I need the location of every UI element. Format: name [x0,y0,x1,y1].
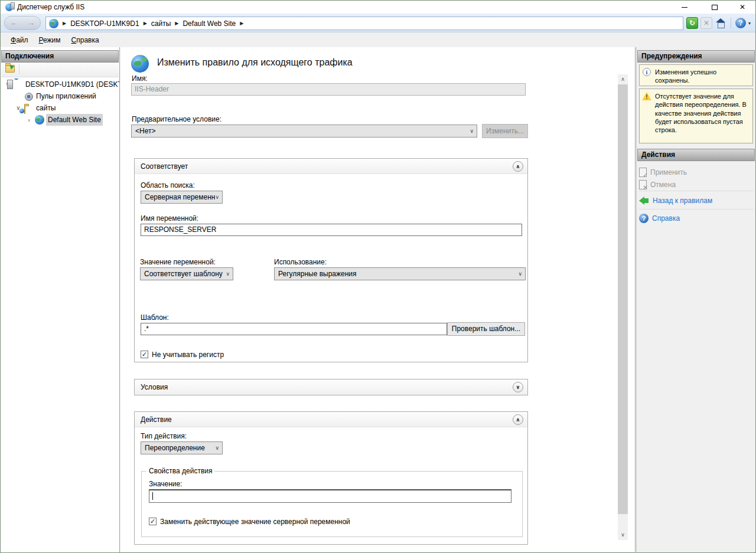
tree-item-app-pools[interactable]: Пулы приложений [1,90,119,102]
connections-panel: Подключения ∨ DESKTOP-U1MK9D1 (DESKTOP- … [1,47,120,552]
breadcrumb-separator-icon: ▶ [63,21,66,26]
chevron-down-icon: ∨ [215,191,219,203]
menu-help[interactable]: Справка [66,34,105,46]
text-caret [152,492,153,500]
scrollbar-thumb[interactable] [618,84,628,514]
menu-bar: Файл Режим Справка [1,32,755,47]
apply-button[interactable]: ✓ Применить [639,166,754,178]
alert-text: Отсутствует значение для действия переоп… [655,93,747,133]
toolbar-divider [731,18,731,28]
close-icon: ✕ [739,3,745,11]
breadcrumb-separator-icon: ▶ [240,21,243,26]
edit-precondition-button[interactable]: Изменить... [482,124,528,138]
close-button[interactable]: ✕ [733,1,752,14]
value-label: Значение: [149,480,183,488]
value-input[interactable] [149,489,511,503]
tree-item-label: Пулы приложений [36,90,96,102]
menu-view[interactable]: Режим [34,34,66,46]
help-icon: ? [639,214,649,223]
minimize-icon [682,7,687,8]
ignore-case-checkbox[interactable]: ✓ [141,351,148,358]
alert-text: Изменения успешно сохранены. [655,68,716,84]
tree-item-server[interactable]: ∨ DESKTOP-U1MK9D1 (DESKTOP- [1,78,119,90]
vertical-scrollbar[interactable]: ∧ ∨ [618,74,628,540]
stop-button[interactable]: ✕ [700,17,712,29]
expander-icon[interactable]: › [25,114,32,126]
connections-tree: ∨ DESKTOP-U1MK9D1 (DESKTOP- Пулы приложе… [1,78,119,126]
precondition-label: Предварительное условие: [132,115,221,123]
action-type-select[interactable]: Переопределение ∨ [141,441,223,454]
match-section: Соответствует ∧ Область поиска: Серверна… [134,158,528,362]
forward-button[interactable]: → [27,18,35,27]
help-dropdown-icon[interactable]: ▾ [748,21,751,26]
actions-divider [639,209,753,210]
warnings-header: Предупреждения [637,50,755,63]
alert-saved: i Изменения успешно сохранены. [639,64,753,86]
action-type-label: Тип действия: [141,432,187,440]
group-legend: Свойства действия [146,467,214,475]
scope-label: Область поиска: [141,181,195,189]
page-globe-icon [131,55,149,73]
refresh-button[interactable]: ↻ [686,17,698,29]
replace-value-label: Заменить действующее значение серверной … [160,518,350,526]
iis-app-icon [5,2,15,12]
tree-item-label: сайты [36,102,56,114]
chevron-down-icon: ∨ [470,125,474,137]
nav-pill: ← → [4,16,41,30]
action-section: Действие ∧ Тип действия: Переопределение… [134,411,528,545]
match-section-header[interactable]: Соответствует ∧ [135,159,527,174]
breadcrumb-item-server[interactable]: DESKTOP-U1MK9D1 [70,19,139,28]
collapse-icon[interactable]: ∧ [513,414,523,425]
scope-select[interactable]: Серверная переменн ∨ [141,191,223,204]
using-select[interactable]: Регулярные выражения ∨ [274,267,526,280]
help-link[interactable]: ? Справка [639,212,754,225]
conditions-section: Условия ∨ [134,379,528,395]
variable-value-select[interactable]: Соответствует шаблону ∨ [140,267,233,280]
scroll-down-icon[interactable]: ∨ [618,530,628,540]
breadcrumb: ▶ DESKTOP-U1MK9D1 ▶ сайты ▶ Default Web … [45,17,683,30]
server-globe-icon [49,19,58,28]
chevron-down-icon: ∨ [518,268,522,280]
pattern-input[interactable]: .* [141,323,447,335]
variable-value-label: Значение переменной: [140,258,216,266]
right-panel: Предупреждения i Изменения успешно сохра… [636,47,755,552]
home-button[interactable] [715,17,726,29]
back-to-rules-link[interactable]: Назад к правилам [639,194,754,207]
breadcrumb-item-sites[interactable]: сайты [151,19,171,28]
save-connections-icon[interactable] [5,65,15,73]
name-label: Имя: [132,74,148,83]
help-button[interactable]: ? [735,18,746,28]
expand-icon[interactable]: ∨ [513,382,523,392]
connections-header: Подключения [1,50,119,63]
address-bar: ← → ▶ DESKTOP-U1MK9D1 ▶ сайты ▶ Default … [1,14,755,32]
conditions-section-header[interactable]: Условия ∨ [135,379,527,395]
tree-item-default-web-site[interactable]: › Default Web Site [1,114,119,126]
iis-manager-window: Диспетчер служб IIS ✕ ← → ▶ DESKTOP-U1MK… [0,0,756,553]
alert-missing-value: ! Отсутствует значение для действия пере… [639,89,753,143]
cancel-button[interactable]: ✕ Отмена [639,179,754,191]
variable-name-input[interactable]: RESPONSE_SERVER [141,224,522,236]
test-pattern-button[interactable]: Проверить шаблон... [447,322,525,336]
minimize-button[interactable] [675,1,694,14]
tree-item-sites[interactable]: ∨ сайты [1,102,119,114]
actions-divider [639,191,753,191]
breadcrumb-separator-icon: ▶ [144,21,147,26]
breadcrumb-separator-icon: ▶ [175,21,178,26]
back-button[interactable]: ← [10,18,18,27]
sites-folder-icon [24,105,25,114]
page-title: Изменить правило для исходящего трафика [157,57,353,68]
restore-button[interactable] [705,1,724,14]
precondition-select[interactable]: <Нет> ∨ [131,125,477,138]
scroll-up-icon[interactable]: ∧ [618,74,628,84]
site-globe-icon [35,115,44,125]
using-label: Использование: [274,258,327,266]
tree-item-label: Default Web Site [46,114,103,126]
title-bar: Диспетчер служб IIS ✕ [1,1,755,14]
menu-file[interactable]: Файл [5,34,34,46]
collapse-icon[interactable]: ∧ [513,161,523,172]
action-section-header[interactable]: Действие ∧ [135,412,527,427]
warning-icon: ! [642,92,651,100]
breadcrumb-item-default-web-site[interactable]: Default Web Site [183,19,236,28]
replace-value-checkbox[interactable]: ✓ [149,518,157,525]
toolbar-separator [19,64,19,74]
